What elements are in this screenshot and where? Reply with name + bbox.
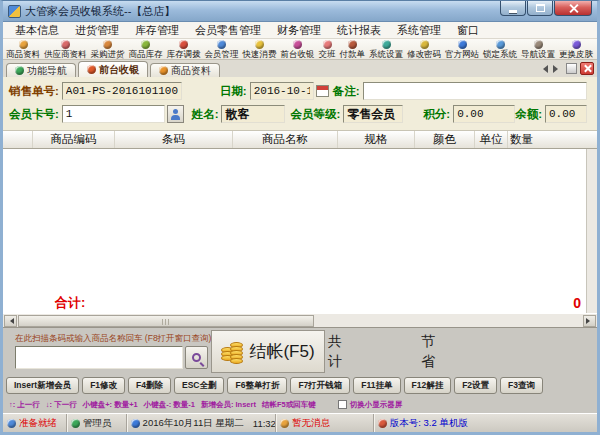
menu-item[interactable]: 会员零售管理 <box>187 22 269 39</box>
card-no-field[interactable] <box>62 105 165 123</box>
grid-row-selector-column <box>3 131 33 148</box>
menu-item[interactable]: 基本信息 <box>7 22 67 39</box>
grid-column-header[interactable]: 单位 <box>475 131 508 148</box>
vertical-scrollbar[interactable] <box>586 149 597 313</box>
toolbar-button[interactable]: 快速消费 <box>241 40 279 59</box>
name-label: 姓名: <box>192 107 219 122</box>
function-key-button[interactable]: F6整单打折 <box>227 377 287 394</box>
toolbar-button[interactable]: 导航设置 <box>519 40 557 59</box>
tab-label: 功能导航 <box>27 64 67 78</box>
grid-column-header[interactable]: 规格 <box>338 131 415 148</box>
toolbar-button-label: 库存调拨 <box>167 50 201 59</box>
function-key-button[interactable]: F11挂单 <box>353 377 400 394</box>
calendar-icon[interactable] <box>316 85 329 97</box>
points-field[interactable] <box>453 105 515 123</box>
date-field[interactable] <box>250 82 314 100</box>
tab-label: 商品资料 <box>171 64 211 78</box>
function-key-bar: Insert新增会员 F1修改 F4删除 ESC全删 F6整单打折 F7打开钱箱… <box>3 375 597 396</box>
menu-item[interactable]: 统计报表 <box>329 22 389 39</box>
toolbar-button[interactable]: 官方网站 <box>443 40 481 59</box>
toolbar-button-label: 锁定系统 <box>483 50 517 59</box>
menu-item[interactable]: 窗口 <box>449 22 487 39</box>
toolbar-button[interactable]: 前台收银 <box>279 40 317 59</box>
tab[interactable]: 前台收银 <box>78 61 148 77</box>
tab-close-button[interactable] <box>580 62 594 75</box>
toolbar-button[interactable]: 锁定系统 <box>481 40 519 59</box>
scroll-left-button[interactable] <box>4 315 17 327</box>
menu-item[interactable]: 财务管理 <box>269 22 329 39</box>
close-icon <box>584 65 591 72</box>
supplier-icon <box>61 40 70 49</box>
toolbar-button[interactable]: 付款单 <box>338 40 368 59</box>
menu-item[interactable]: 进货管理 <box>67 22 127 39</box>
small-display-checkbox[interactable] <box>338 400 347 409</box>
search-button[interactable] <box>185 346 208 369</box>
member-lookup-button[interactable] <box>167 105 184 123</box>
toolbar-button-label: 交班 <box>319 50 336 59</box>
transfer-icon <box>179 40 188 49</box>
message-icon <box>280 419 289 428</box>
grid-column-header[interactable]: 条码 <box>115 131 233 148</box>
grid-column-header[interactable]: 商品编码 <box>33 131 115 148</box>
tab[interactable]: 功能导航 <box>6 63 76 77</box>
tab-scroll-left-button[interactable] <box>538 63 549 74</box>
toolbar-button[interactable]: 修改密码 <box>405 40 443 59</box>
remark-field[interactable] <box>363 82 587 100</box>
function-key-button[interactable]: F1修改 <box>82 377 125 394</box>
toolbar-button[interactable]: 商品资料 <box>4 40 42 59</box>
toolbar-button[interactable]: 更换皮肤 <box>557 40 595 59</box>
grid-column-header[interactable]: 颜色 <box>415 131 475 148</box>
name-field[interactable] <box>221 105 285 123</box>
version-text: 版本号: 3.2 单机版 <box>390 417 468 430</box>
checkout-button[interactable]: 结帐(F5) <box>211 330 325 373</box>
function-key-button[interactable]: F3查询 <box>500 377 543 394</box>
scroll-right-button[interactable] <box>583 315 596 327</box>
tab-list-button[interactable] <box>566 63 577 74</box>
toolbar-button[interactable]: 库存调拨 <box>165 40 203 59</box>
toolbar-button[interactable]: 供应商资料 <box>42 40 89 59</box>
horizontal-scrollbar[interactable] <box>3 313 597 327</box>
function-key-button[interactable]: ESC全删 <box>174 377 224 394</box>
toolbar-button[interactable]: 采购进货 <box>89 40 127 59</box>
tab-scroll-right-button[interactable] <box>552 63 563 74</box>
coins-icon <box>221 338 245 365</box>
message-text: 暂无消息 <box>292 417 330 430</box>
toolbar-button[interactable]: 商品库存 <box>127 40 165 59</box>
small-display-label: 切换小显示器屏 <box>350 400 403 410</box>
tabs: 功能导航 前台收银 商品资料 <box>6 61 222 77</box>
sale-no-field[interactable] <box>62 82 182 100</box>
arrow-left-icon <box>7 318 14 324</box>
toolbar-button[interactable]: 系统设置 <box>367 40 405 59</box>
goods-icon <box>19 40 28 49</box>
close-button[interactable] <box>554 1 592 16</box>
tab[interactable]: 商品资料 <box>150 63 220 77</box>
grid-column-header[interactable]: 数量 <box>508 131 535 148</box>
cashier-tab-icon <box>87 65 96 74</box>
toolbar-button-label: 付款单 <box>340 50 366 59</box>
minimize-button[interactable] <box>500 1 526 16</box>
function-key-button[interactable]: Insert新增会员 <box>6 377 79 394</box>
toolbar-button[interactable]: 会员管理 <box>203 40 241 59</box>
toolbar-button-label: 快速消费 <box>243 50 277 59</box>
menu-item[interactable]: 系统管理 <box>389 22 449 39</box>
grid-column-header[interactable]: 商品名称 <box>233 131 338 148</box>
barcode-scan-input[interactable] <box>15 346 183 369</box>
function-key-button[interactable]: F4删除 <box>128 377 171 394</box>
toolbar-button[interactable]: 交班 <box>317 40 338 59</box>
grid-body[interactable] <box>3 149 597 293</box>
hint-text: 小键盘-: 数量-1 <box>144 400 195 410</box>
scrollbar-thumb[interactable] <box>18 315 314 327</box>
nav-tab-icon <box>15 66 24 75</box>
app-window: 大管家会员收银系统--【总店】 基本信息 进货管理 库存管理 会员零售管理 财务… <box>0 0 600 435</box>
status-bar: 准备就绪 管理员 2016年10月11日 星期二 11:32:05 暂无消息 版… <box>3 413 597 432</box>
function-key-button[interactable]: F2设置 <box>454 377 497 394</box>
level-field[interactable] <box>343 105 403 123</box>
maximize-button[interactable] <box>527 1 553 16</box>
balance-field[interactable] <box>545 105 587 123</box>
status-message: 暂无消息 <box>276 414 374 432</box>
function-key-button[interactable]: F7打开钱箱 <box>290 377 350 394</box>
menu-item[interactable]: 库存管理 <box>127 22 187 39</box>
function-key-button[interactable]: F12解挂 <box>404 377 452 394</box>
hint-text: ↑: 上一行 <box>9 400 40 410</box>
tab-strip: 功能导航 前台收银 商品资料 <box>3 60 597 77</box>
